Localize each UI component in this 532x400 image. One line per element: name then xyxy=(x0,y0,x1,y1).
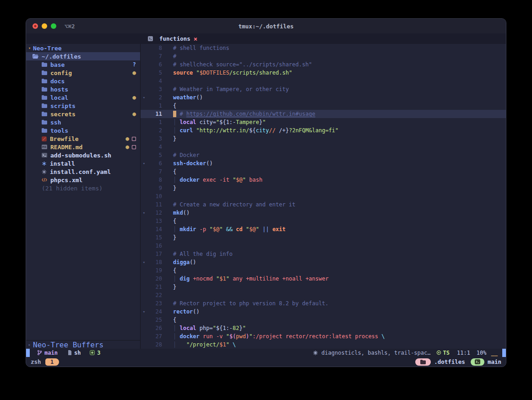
tmux-statusbar: zsh 1 .dotfiles main xyxy=(26,357,506,367)
tree-item-phpcs-xml[interactable]: phpcs.xml xyxy=(26,176,140,184)
tree-item-brewfile[interactable]: Brewfile● xyxy=(26,135,140,143)
fold-chevron-icon[interactable]: ▾ xyxy=(141,260,147,265)
tree-item-scripts[interactable]: scripts xyxy=(26,102,140,110)
code-line[interactable]: 11# Create a new directory and enter it xyxy=(141,200,506,209)
indent-guide: │ xyxy=(173,325,176,331)
tree-item-install-conf-yaml[interactable]: install.conf.yaml xyxy=(26,168,140,176)
code-line[interactable]: 22 xyxy=(141,291,506,299)
brewfile-icon xyxy=(42,136,47,141)
tree-item-dotfiles[interactable]: ~/.dotfiles xyxy=(26,52,140,60)
line-content: # Create a new directory and enter it xyxy=(162,201,506,208)
minimize-window-button[interactable] xyxy=(42,23,47,29)
code-line[interactable]: 13{ xyxy=(141,217,506,225)
code-line[interactable]: 6# shellcheck source="../scripts/shared.… xyxy=(141,60,506,69)
line-content: │ curl "http://wttr.in/${city// /+}?2nFQ… xyxy=(162,127,506,134)
tree-item-base[interactable]: base? xyxy=(26,60,140,69)
zoom-window-button[interactable] xyxy=(51,23,56,29)
tree-item-label: phpcs.xml xyxy=(50,177,82,184)
tree-item-add-submodules-sh[interactable]: add-submodules.sh xyxy=(26,151,140,159)
tree-item-readme-md[interactable]: README.md● xyxy=(26,143,140,151)
code-line[interactable]: 16 xyxy=(141,242,506,250)
tree-item-secrets[interactable]: secrets● xyxy=(26,110,140,118)
diff-added-count: 3 xyxy=(97,350,100,356)
tmux-window-badge[interactable]: 1 xyxy=(45,358,59,366)
cursor-block xyxy=(173,111,176,117)
code-line[interactable]: ▾18digga() xyxy=(141,258,506,266)
line-content: { xyxy=(162,103,506,109)
code-line[interactable]: 7{ xyxy=(141,168,506,176)
code-line[interactable]: 15} xyxy=(141,233,506,242)
line-number: 8 xyxy=(147,177,162,183)
line-number: 22 xyxy=(147,292,162,298)
code-line[interactable]: 26│ local php="${1:-82}" xyxy=(141,324,506,332)
code-line[interactable]: 3# Weather in Tampere, or other city xyxy=(141,85,506,93)
code-line[interactable]: 4 xyxy=(141,143,506,151)
titlebar: ⌥⌘2 tmux:~/.dotfiles xyxy=(26,19,506,33)
tree-item-local[interactable]: local● xyxy=(26,93,140,102)
code-line[interactable]: 19{ xyxy=(141,266,506,275)
diff-added-icon xyxy=(90,350,95,356)
code-line[interactable]: ▾24rector() xyxy=(141,308,506,316)
tab-close-icon[interactable]: × xyxy=(194,36,197,42)
code-line[interactable]: 1│ local city="${1:-Tampere}" xyxy=(141,118,506,126)
tree-item-tools[interactable]: tools xyxy=(26,126,140,135)
code-line[interactable]: 7# xyxy=(141,52,506,60)
code-line[interactable]: 14│ mkdir -p "$@" && cd "$@" || exit xyxy=(141,225,506,233)
code-line[interactable]: ▾12mkd() xyxy=(141,209,506,217)
indent-guide: │ xyxy=(173,341,176,348)
folder-icon xyxy=(42,87,47,92)
code-line[interactable]: 5source "$DOTFILES/scripts/shared.sh" xyxy=(141,69,506,77)
code-line[interactable]: 27│ docker run -v "$(pwd)":/project rect… xyxy=(141,332,506,341)
neotree-header: ▾ Neo-Tree xyxy=(26,44,140,52)
tree-item-ssh[interactable]: ssh xyxy=(26,118,140,126)
neotree-buffers-section[interactable]: ▸ Neo-Tree Buffers xyxy=(26,340,140,349)
code-line[interactable]: 28│ "/project/$1" \ xyxy=(141,341,506,349)
code-line[interactable]: 10 xyxy=(141,192,506,200)
code-line[interactable]: 1{ xyxy=(141,102,506,110)
markdown-icon xyxy=(42,145,47,149)
code-line[interactable]: ▾6ssh-docker() xyxy=(141,159,506,168)
tree-item-label: config xyxy=(50,70,72,76)
code-line[interactable]: 3} xyxy=(141,135,506,143)
code-line[interactable]: 20│ dig +nocmd "$1" any +multiline +noal… xyxy=(141,275,506,283)
code-line[interactable]: 21} xyxy=(141,283,506,291)
code-line[interactable]: 4 xyxy=(141,77,506,85)
line-number: 5 xyxy=(147,152,162,158)
tab-label: functions xyxy=(159,35,190,42)
folder-icon xyxy=(420,360,426,364)
line-number: 11 xyxy=(147,111,162,117)
tree-item-21-hidden-items[interactable]: (21 hidden items) xyxy=(26,184,140,192)
line-number: 10 xyxy=(147,193,162,200)
line-number: 6 xyxy=(147,160,162,167)
code-line[interactable]: 23# Rector project to php version 8.2 by… xyxy=(141,299,506,308)
tmux-left: zsh 1 xyxy=(31,358,415,366)
code-editor[interactable]: 8# shell functions7#6# shellcheck source… xyxy=(141,44,506,349)
code-line[interactable]: 5# Docker xyxy=(141,151,506,159)
shell-script-icon xyxy=(42,153,47,157)
code-line[interactable]: 2│ curl "http://wttr.in/${city// /+}?2nF… xyxy=(141,126,506,135)
tree-item-hosts[interactable]: hosts xyxy=(26,85,140,93)
shell-file-icon xyxy=(148,36,153,41)
tree-item-label: docs xyxy=(50,78,65,85)
code-line[interactable]: 11 # https://github.com/chubin/wttr.in#u… xyxy=(141,110,506,118)
close-window-button[interactable] xyxy=(33,23,38,29)
chevron-down-icon: ▾ xyxy=(26,46,33,50)
fold-chevron-icon[interactable]: ▾ xyxy=(141,95,147,100)
code-line[interactable]: ▾2weather() xyxy=(141,93,506,102)
tree-item-docs[interactable]: docs xyxy=(26,77,140,85)
window-title: tmux:~/.dotfiles xyxy=(26,23,506,30)
tree-item-install[interactable]: install xyxy=(26,159,140,168)
line-number: 20 xyxy=(147,276,162,282)
line-content: │ "/project/$1" \ xyxy=(162,341,506,348)
fold-chevron-icon[interactable]: ▾ xyxy=(141,211,147,215)
code-line[interactable]: 17# All the dig info xyxy=(141,250,506,258)
code-line[interactable]: 8│ docker exec -it "$@" bash xyxy=(141,176,506,184)
fold-chevron-icon[interactable]: ▾ xyxy=(141,309,147,314)
tab-functions[interactable]: functions × xyxy=(146,33,199,44)
fold-chevron-icon[interactable]: ▾ xyxy=(141,161,147,166)
code-line[interactable]: 9} xyxy=(141,184,506,192)
code-line[interactable]: 8# shell functions xyxy=(141,44,506,52)
tree-item-config[interactable]: config● xyxy=(26,69,140,77)
code-line[interactable]: 25{ xyxy=(141,316,506,324)
statusline: main sh 3 diagnosticls, bashls, trail-sp… xyxy=(26,349,506,357)
